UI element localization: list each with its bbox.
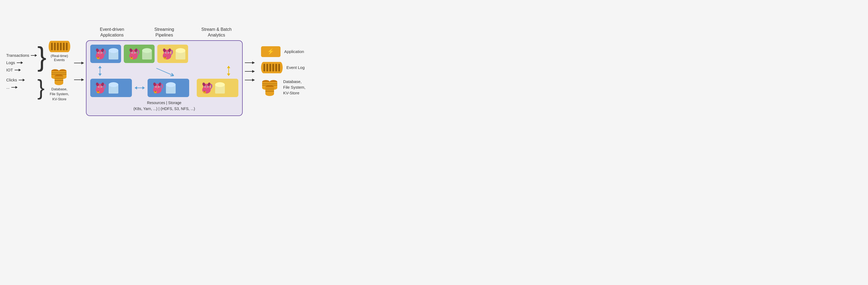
flink-logo-6 [199, 81, 214, 95]
flink-cell-blue-top [90, 45, 121, 63]
kafka-events-icon [49, 41, 70, 52]
db-output-icon [261, 78, 279, 96]
svg-point-22 [101, 52, 102, 53]
svg-point-43 [165, 52, 166, 53]
flink-cell-yellow-bottom [197, 79, 238, 97]
cylinder-blue-2 [108, 82, 118, 93]
svg-point-77 [205, 86, 206, 87]
svg-point-66 [155, 86, 156, 87]
arrow-h-blue [134, 79, 145, 97]
arrow-v-blue-1 [98, 66, 102, 76]
main-box: Resources | Storage (K8s, Yarn, ...) | (… [86, 40, 243, 116]
db-output-label: Database, File System, KV-Store [283, 79, 306, 96]
svg-point-57 [99, 87, 100, 88]
svg-point-67 [158, 86, 159, 87]
cylinder-blue-3 [166, 82, 176, 93]
inputs-section: Transactions Logs IOT Clicks ... [6, 53, 37, 89]
flink-logo-3 [160, 47, 174, 61]
arrow-transactions [31, 55, 37, 56]
db-input-label: Database, File System, KV-Store [50, 87, 69, 102]
flink-cell-blue-bottom-right [148, 79, 189, 97]
svg-point-34 [133, 53, 134, 54]
outputs-section: ⚡ Application Event Log [261, 46, 306, 96]
center-section: Event-driven Applications Streaming Pipe… [86, 27, 243, 116]
flink-cell-yellow-top [157, 45, 188, 63]
svg-point-21 [98, 52, 99, 53]
svg-point-45 [166, 53, 167, 54]
svg-rect-59 [98, 91, 98, 92]
arrow-to-app [245, 62, 254, 63]
flink-logo-2 [126, 47, 141, 61]
events-label: (Real-time) Events [51, 54, 68, 62]
lightning-icon: ⚡ [267, 48, 274, 55]
arrow-events-to-box [74, 63, 84, 63]
svg-point-55 [98, 86, 99, 87]
svg-rect-36 [131, 57, 132, 58]
svg-point-33 [134, 52, 135, 53]
input-more: ... [6, 85, 37, 89]
svg-rect-81 [204, 91, 205, 92]
svg-point-78 [208, 86, 208, 87]
svg-point-68 [157, 87, 158, 88]
input-transactions: Transactions [6, 53, 37, 58]
output-app-row: ⚡ Application [261, 46, 306, 57]
arrow-v-yellow [227, 66, 230, 76]
svg-point-44 [168, 52, 169, 53]
svg-point-23 [99, 53, 100, 54]
db-input-icon [50, 67, 69, 86]
arrow-iot [14, 70, 21, 70]
app-icon: ⚡ [261, 46, 280, 57]
arrow-logs [17, 62, 23, 63]
input-iot: IOT [6, 67, 37, 72]
col-header-3: Stream & Batch Analytics [190, 27, 242, 38]
flink-logo-4 [93, 81, 107, 95]
bottom-cells-row [90, 79, 238, 97]
svg-rect-70 [155, 91, 156, 92]
output-eventlog-row: Event Log [261, 62, 306, 73]
gap [192, 79, 194, 97]
svg-point-56 [101, 86, 102, 87]
col-header-1: Event-driven Applications [86, 27, 138, 38]
arrow-to-db [245, 80, 254, 80]
svg-point-94 [266, 92, 274, 96]
svg-point-79 [206, 87, 207, 88]
svg-rect-25 [98, 57, 98, 58]
main-box-label: Resources | Storage (K8s, Yarn, ...) | (… [90, 100, 238, 112]
svg-point-32 [132, 52, 132, 53]
flink-cell-blue-bottom-left [90, 79, 132, 97]
flink-cell-green-top [124, 45, 155, 63]
arrow-db-to-box [74, 80, 84, 80]
input-logs: Logs [6, 60, 37, 65]
output-db-row: Database, File System, KV-Store [261, 78, 306, 96]
eventlog-icon [261, 62, 283, 73]
main-diagram: Transactions Logs IOT Clicks ... [6, 27, 428, 116]
app-label: Application [284, 49, 304, 54]
inter-row-arrows [90, 66, 238, 76]
input-clicks: Clicks [6, 78, 37, 82]
cylinder-blue-1 [108, 48, 118, 59]
top-cells-row [90, 45, 238, 63]
col-header-2: Streaming Pipelines [138, 27, 190, 38]
svg-rect-47 [164, 57, 165, 58]
cylinder-yellow-1 [176, 48, 185, 59]
arrow-to-eventlog [245, 71, 254, 72]
arrow-clicks [19, 80, 25, 80]
flink-logo-1 [93, 47, 107, 61]
cylinder-green-1 [142, 48, 152, 59]
cylinder-yellow-2 [215, 82, 225, 93]
svg-line-48 [156, 68, 174, 76]
eventlog-label: Event Log [286, 65, 305, 70]
svg-point-12 [55, 81, 63, 85]
arrow-diag [156, 68, 173, 74]
arrow-more [11, 87, 17, 88]
flink-logo-5 [150, 81, 164, 95]
